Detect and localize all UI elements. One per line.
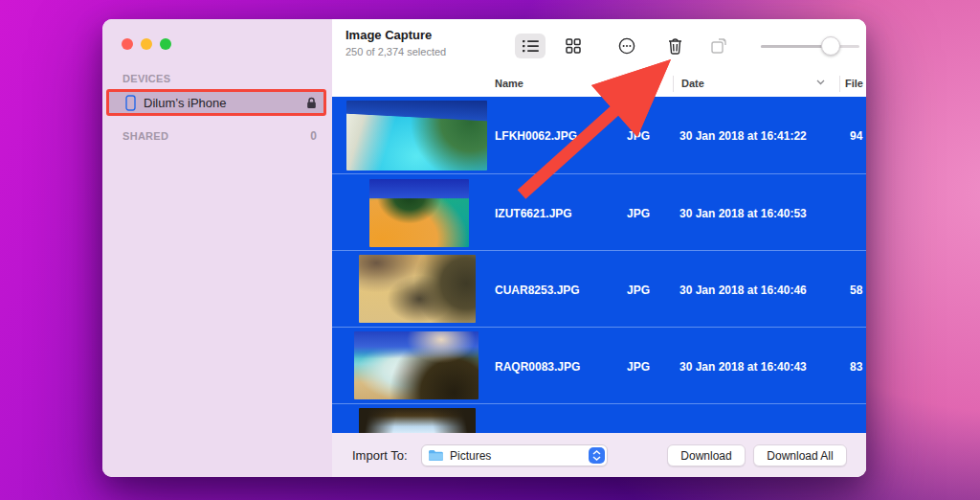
file-size: 83 xyxy=(850,360,862,374)
file-name: CUAR8253.JPG xyxy=(495,284,580,297)
minimize-button[interactable] xyxy=(141,38,152,50)
table-row[interactable]: CUAR8253.JPG JPG 30 Jan 2018 at 16:40:46… xyxy=(332,250,866,327)
table-row[interactable]: IZUT6621.JPG JPG 30 Jan 2018 at 16:40:53 xyxy=(332,173,866,250)
download-button[interactable]: Download xyxy=(667,444,746,466)
photo-thumbnail xyxy=(346,101,487,170)
import-destination-value: Pictures xyxy=(450,449,589,463)
photo-thumbnail xyxy=(359,408,476,433)
rotate-button[interactable] xyxy=(703,34,734,58)
photo-thumbnail xyxy=(354,331,479,399)
download-all-button[interactable]: Download All xyxy=(753,444,847,466)
device-name-label: Dilum’s iPhone xyxy=(144,96,306,110)
table-row[interactable] xyxy=(332,403,866,433)
footer-bar: Import To: Pictures Download Download Al… xyxy=(332,433,866,477)
column-header-date[interactable]: Date xyxy=(681,78,704,89)
column-header-file[interactable]: File xyxy=(845,78,863,89)
delete-button[interactable] xyxy=(659,34,690,58)
file-kind: JPG xyxy=(627,284,650,297)
rotate-icon xyxy=(710,37,727,55)
file-size: 94 xyxy=(850,129,862,143)
thumbnail-size-slider[interactable] xyxy=(761,34,859,58)
close-button[interactable] xyxy=(122,38,133,50)
select-stepper-icon xyxy=(589,447,605,464)
table-row[interactable]: LFKH0062.JPG JPG 30 Jan 2018 at 16:41:22… xyxy=(332,97,866,173)
list-view-icon xyxy=(523,39,539,53)
folder-icon xyxy=(428,449,444,462)
traffic-lights xyxy=(122,38,171,50)
photo-thumbnail xyxy=(359,255,476,323)
lock-icon xyxy=(306,97,317,109)
file-date: 30 Jan 2018 at 16:40:53 xyxy=(679,207,807,220)
trash-icon xyxy=(668,37,682,55)
iphone-icon xyxy=(125,95,136,111)
main-pane: Image Capture 250 of 2,374 selected xyxy=(332,19,866,477)
import-to-label: Import To: xyxy=(352,448,408,463)
more-icon xyxy=(618,37,635,55)
image-capture-window: DEVICES Dilum’s iPhone SHARED 0 Image Ca… xyxy=(102,19,866,477)
file-size: 58 xyxy=(850,284,862,297)
file-kind: JPG xyxy=(627,360,650,374)
zoom-button[interactable] xyxy=(160,38,171,50)
file-date: 30 Jan 2018 at 16:40:43 xyxy=(679,360,807,374)
file-name: LFKH0062.JPG xyxy=(495,129,577,143)
list-view-button[interactable] xyxy=(515,34,546,58)
table-header: Name Date File xyxy=(332,72,866,97)
shared-section-header: SHARED xyxy=(122,130,168,142)
file-name: IZUT6621.JPG xyxy=(495,207,572,220)
grid-view-icon xyxy=(566,38,581,54)
import-destination-select[interactable]: Pictures xyxy=(421,444,608,466)
file-date: 30 Jan 2018 at 16:40:46 xyxy=(679,284,807,297)
window-title: Image Capture xyxy=(345,28,432,42)
chevron-down-icon xyxy=(816,80,825,85)
file-date: 30 Jan 2018 at 16:41:22 xyxy=(679,129,807,143)
table-row[interactable]: RAQR0083.JPG JPG 30 Jan 2018 at 16:40:43… xyxy=(332,327,866,403)
file-name: RAQR0083.JPG xyxy=(495,360,580,374)
photo-thumbnail xyxy=(369,179,469,247)
sidebar: DEVICES Dilum’s iPhone SHARED 0 xyxy=(102,19,332,477)
selection-status: 250 of 2,374 selected xyxy=(345,46,446,57)
toolbar: Image Capture 250 of 2,374 selected xyxy=(332,19,866,72)
devices-section-header: DEVICES xyxy=(122,73,170,84)
file-kind: JPG xyxy=(627,207,650,220)
shared-count-badge: 0 xyxy=(310,129,317,143)
column-divider xyxy=(839,76,840,92)
file-kind: JPG xyxy=(627,129,650,143)
column-header-name[interactable]: Name xyxy=(495,78,523,89)
column-divider xyxy=(673,76,674,92)
more-options-button[interactable] xyxy=(612,34,642,58)
grid-view-button[interactable] xyxy=(558,34,589,58)
slider-thumb[interactable] xyxy=(821,36,840,56)
photo-list: LFKH0062.JPG JPG 30 Jan 2018 at 16:41:22… xyxy=(332,97,866,433)
sidebar-item-dilums-iphone[interactable]: Dilum’s iPhone xyxy=(106,89,326,116)
